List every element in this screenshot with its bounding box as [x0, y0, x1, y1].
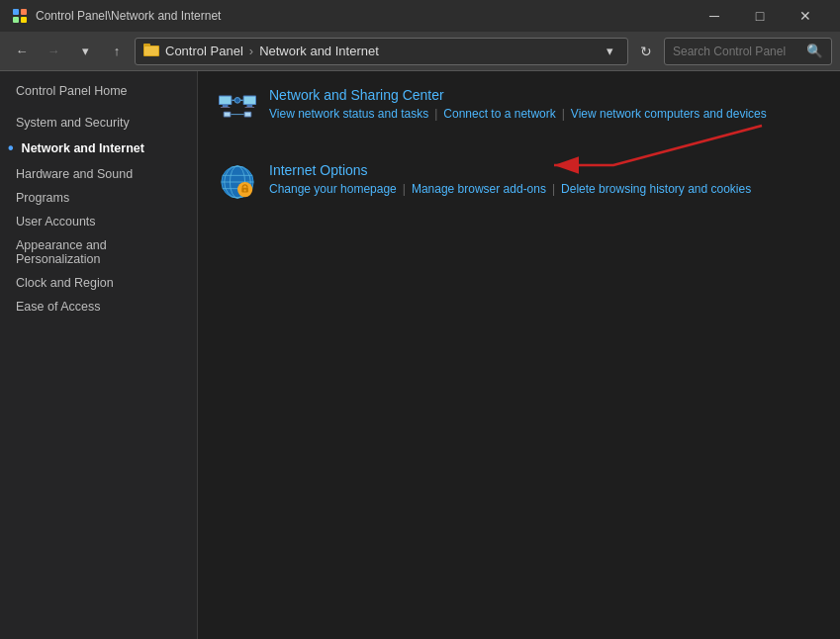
address-bar[interactable]: Control Panel › Network and Internet ▾: [135, 38, 628, 65]
title-bar: Control Panel\Network and Internet ─ □ ✕: [0, 0, 840, 32]
sidebar-label-appearance: Appearance and Personalization: [16, 238, 181, 266]
link-sep-2: |: [562, 107, 565, 121]
internet-options-links: Change your homepage | Manage browser ad…: [269, 182, 820, 196]
svg-rect-12: [244, 97, 255, 105]
svg-rect-3: [21, 17, 27, 23]
app-icon: [12, 8, 28, 24]
forward-button[interactable]: →: [40, 38, 67, 65]
address-part1: Control Panel: [165, 44, 243, 58]
sidebar-label-ease-access: Ease of Access: [16, 300, 100, 314]
internet-options-text: Internet Options Change your homepage | …: [269, 162, 820, 196]
internet-options-item: Internet Options Change your homepage | …: [218, 162, 820, 218]
sidebar-home-label: Control Panel Home: [16, 84, 128, 98]
internet-link-2[interactable]: Manage browser add-ons: [412, 182, 546, 196]
svg-rect-1: [21, 9, 27, 15]
svg-rect-9: [223, 105, 229, 107]
up-button[interactable]: ↑: [103, 38, 131, 65]
sidebar-item-home[interactable]: Control Panel Home: [0, 79, 197, 103]
back-button[interactable]: ←: [8, 38, 36, 65]
svg-rect-0: [13, 9, 19, 15]
sidebar-label-programs: Programs: [16, 191, 69, 205]
svg-rect-6: [144, 46, 158, 55]
svg-rect-14: [245, 107, 255, 108]
sidebar-item-system-security[interactable]: System and Security: [0, 111, 197, 135]
network-sharing-icon: [218, 87, 257, 127]
network-link-1[interactable]: View network status and tasks: [269, 107, 428, 121]
search-box[interactable]: 🔍: [664, 38, 832, 65]
network-sharing-text: Network and Sharing Center View network …: [269, 87, 820, 121]
internet-options-title[interactable]: Internet Options: [269, 162, 820, 178]
sidebar-label-user-accounts: User Accounts: [16, 215, 96, 228]
sidebar-item-appearance[interactable]: Appearance and Personalization: [0, 233, 197, 271]
link-sep-4: |: [552, 182, 555, 196]
sidebar-divider: [0, 103, 197, 111]
main-container: Control Panel Home System and Security N…: [0, 71, 840, 639]
sidebar-item-clock-region[interactable]: Clock and Region: [0, 271, 197, 295]
svg-rect-2: [13, 17, 19, 23]
content-area: Network and Sharing Center View network …: [198, 71, 840, 639]
network-sharing-title[interactable]: Network and Sharing Center: [269, 87, 820, 103]
sidebar-item-network-internet[interactable]: Network and Internet: [0, 135, 197, 162]
sidebar-label-clock-region: Clock and Region: [16, 276, 114, 290]
link-sep-3: |: [403, 182, 406, 196]
address-text: Control Panel › Network and Internet: [165, 44, 594, 58]
address-dropdown-button[interactable]: ▾: [600, 39, 619, 64]
address-separator: ›: [249, 44, 253, 58]
svg-point-16: [234, 98, 240, 104]
recent-locations-button[interactable]: ▾: [71, 38, 99, 65]
sidebar-label-hardware-sound: Hardware and Sound: [16, 167, 133, 181]
folder-icon: [143, 43, 159, 60]
search-button[interactable]: 🔍: [806, 42, 823, 61]
refresh-button[interactable]: ↻: [632, 38, 660, 65]
sidebar-label-network-internet: Network and Internet: [22, 141, 144, 155]
internet-options-icon: [218, 162, 257, 202]
window-controls: ─ □ ✕: [692, 0, 828, 32]
window-title: Control Panel\Network and Internet: [36, 9, 692, 23]
close-button[interactable]: ✕: [783, 0, 828, 32]
svg-rect-18: [225, 113, 231, 117]
maximize-button[interactable]: □: [737, 0, 783, 32]
sidebar: Control Panel Home System and Security N…: [0, 71, 198, 639]
address-part2: Network and Internet: [259, 44, 379, 58]
svg-rect-10: [221, 107, 231, 108]
network-link-2[interactable]: Connect to a network: [443, 107, 555, 121]
network-link-3[interactable]: View network computers and devices: [571, 107, 767, 121]
sidebar-item-hardware-sound[interactable]: Hardware and Sound: [0, 162, 197, 186]
sidebar-item-user-accounts[interactable]: User Accounts: [0, 210, 197, 233]
minimize-button[interactable]: ─: [692, 0, 737, 32]
network-sharing-links: View network status and tasks | Connect …: [269, 107, 820, 121]
sidebar-label-system-security: System and Security: [16, 116, 130, 130]
sidebar-item-programs[interactable]: Programs: [0, 186, 197, 210]
link-sep-1: |: [434, 107, 437, 121]
network-sharing-item: Network and Sharing Center View network …: [218, 87, 820, 142]
svg-rect-30: [244, 190, 246, 192]
sidebar-item-ease-access[interactable]: Ease of Access: [0, 295, 197, 319]
search-input[interactable]: [673, 45, 802, 58]
navigation-bar: ← → ▾ ↑ Control Panel › Network and Inte…: [0, 32, 840, 71]
svg-rect-13: [247, 105, 253, 107]
svg-rect-20: [245, 113, 251, 117]
internet-link-3[interactable]: Delete browsing history and cookies: [561, 182, 751, 196]
svg-rect-8: [220, 97, 231, 105]
internet-link-1[interactable]: Change your homepage: [269, 182, 397, 196]
